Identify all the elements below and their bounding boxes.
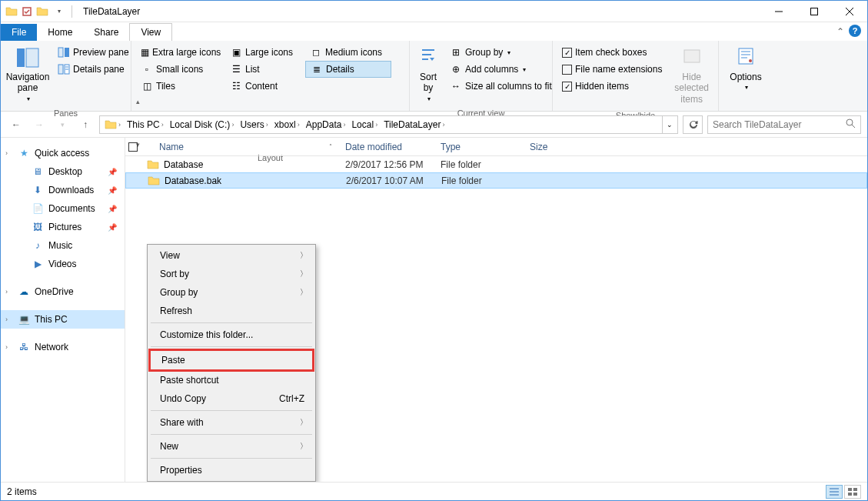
folder-icon <box>5 5 18 18</box>
small-icons-button[interactable]: ▫Small icons <box>136 61 222 78</box>
help-icon[interactable]: ? <box>849 25 861 37</box>
ctx-groupby[interactable]: Group by〉 <box>149 283 314 302</box>
ctx-sortby[interactable]: Sort by〉 <box>149 265 314 283</box>
ctx-customize[interactable]: Customize this folder... <box>149 326 314 344</box>
ctx-paste[interactable]: Paste <box>151 351 312 369</box>
breadcrumb-item[interactable]: Local Disk (C:) › <box>167 116 238 133</box>
checkbox-checked-icon: ✓ <box>562 82 572 92</box>
select-all-checkbox[interactable] <box>128 142 138 152</box>
list-button[interactable]: ☰List <box>225 61 302 78</box>
sidebar-item-documents[interactable]: 📄Documents📌 <box>1 199 125 218</box>
minimize-button[interactable] <box>761 1 796 22</box>
checkbox-unchecked-icon <box>562 65 572 75</box>
ctx-new[interactable]: New〉 <box>149 437 314 456</box>
sidebar-item-pictures[interactable]: 🖼Pictures📌 <box>1 218 125 236</box>
breadcrumb-item[interactable]: This PC › <box>124 116 167 133</box>
ribbon-minimize-icon[interactable]: ⌃ <box>836 26 844 37</box>
breadcrumb-item[interactable]: Users › <box>237 116 271 133</box>
qat-newfolder-icon[interactable] <box>36 5 48 18</box>
folder-icon <box>105 119 117 131</box>
ctx-paste-shortcut[interactable]: Paste shortcut <box>149 371 314 389</box>
qat-properties-icon[interactable] <box>21 5 33 18</box>
sidebar-item-downloads[interactable]: ⬇Downloads📌 <box>1 181 125 199</box>
star-icon: ★ <box>18 147 30 159</box>
column-size[interactable]: Size <box>524 138 585 155</box>
column-name[interactable]: Name˄ <box>141 138 339 155</box>
maximize-button[interactable] <box>796 1 832 22</box>
file-row[interactable]: Database 2/9/2017 12:56 PM File folder <box>125 156 867 172</box>
status-item-count: 2 items <box>7 486 37 497</box>
size-columns-button[interactable]: ↔Size all columns to fit <box>445 78 557 95</box>
ctx-share-with[interactable]: Share with〉 <box>149 413 314 432</box>
column-type[interactable]: Type <box>434 138 524 155</box>
folder-icon <box>147 159 159 171</box>
qat-dropdown-icon[interactable]: ▾ <box>53 5 65 18</box>
breadcrumb-item[interactable]: xboxl › <box>271 116 303 133</box>
group-by-button[interactable]: ⊞Group by▾ <box>445 44 557 61</box>
tab-home[interactable]: Home <box>37 24 83 41</box>
details-view-button[interactable]: ≣Details <box>305 61 391 78</box>
sidebar-item-onedrive[interactable]: ›☁OneDrive <box>1 282 125 301</box>
ctx-properties[interactable]: Properties <box>149 461 314 479</box>
network-icon: 🖧 <box>18 341 30 353</box>
recent-dropdown[interactable]: ▾ <box>53 115 72 134</box>
breadcrumb-item[interactable]: TileDataLayer › <box>381 116 447 133</box>
sidebar-item-network[interactable]: ›🖧Network <box>1 338 125 356</box>
medium-icons-button[interactable]: ◻Medium icons <box>305 44 391 61</box>
sort-by-button[interactable]: Sort by▾ <box>414 44 442 104</box>
thumbnails-view-toggle[interactable] <box>844 485 861 499</box>
sidebar-item-desktop[interactable]: 🖥Desktop📌 <box>1 162 125 181</box>
ctx-view[interactable]: View〉 <box>149 246 314 265</box>
svg-point-18 <box>749 59 752 62</box>
preview-pane-button[interactable]: Preview pane <box>53 44 134 61</box>
file-extensions-toggle[interactable]: File name extensions <box>557 61 667 78</box>
large-icons-button[interactable]: ▣Large icons <box>225 44 302 61</box>
tab-view[interactable]: View <box>129 23 172 41</box>
svg-rect-6 <box>26 48 38 67</box>
forward-button[interactable]: → <box>30 115 48 134</box>
sort-icon <box>416 45 441 70</box>
folder-icon <box>148 175 160 187</box>
svg-line-20 <box>852 125 855 128</box>
details-view-toggle[interactable] <box>826 485 843 499</box>
breadcrumb-item[interactable]: Local › <box>348 116 381 133</box>
ribbon: Navigation pane▾ Preview pane Details pa… <box>1 41 867 112</box>
breadcrumb-history-dropdown[interactable]: ⌄ <box>662 116 676 133</box>
sidebar-item-videos[interactable]: ▶Videos <box>1 255 125 273</box>
chevron-right-icon: 〉 <box>300 250 308 261</box>
layout-scroll-up-icon[interactable]: ▴ <box>136 98 148 105</box>
extra-large-icons-button[interactable]: ▦Extra large icons <box>136 44 222 61</box>
search-icon <box>846 119 856 131</box>
tiles-button[interactable]: ◫Tiles <box>136 78 222 95</box>
close-button[interactable] <box>832 1 867 22</box>
back-button[interactable]: ← <box>7 115 25 134</box>
tab-share[interactable]: Share <box>83 24 129 41</box>
content-button[interactable]: ☷Content <box>225 78 302 95</box>
sidebar-item-thispc[interactable]: ›💻This PC <box>1 310 125 329</box>
breadcrumb-item[interactable]: AppData › <box>303 116 349 133</box>
hide-selected-button[interactable]: Hide selected items <box>670 44 713 106</box>
options-button[interactable]: Options▾ <box>723 44 768 93</box>
ctx-refresh[interactable]: Refresh <box>149 302 314 320</box>
file-row[interactable]: Database.bak 2/6/2017 10:07 AM File fold… <box>125 172 867 189</box>
navigation-pane-button[interactable]: Navigation pane▾ <box>5 44 50 104</box>
refresh-button[interactable] <box>683 115 703 134</box>
chevron-right-icon: 〉 <box>300 417 308 428</box>
up-button[interactable]: ↑ <box>76 115 95 134</box>
ctx-undo-copy[interactable]: Undo CopyCtrl+Z <box>149 389 314 408</box>
tab-file[interactable]: File <box>1 24 37 41</box>
item-check-boxes-toggle[interactable]: ✓Item check boxes <box>557 44 667 61</box>
sidebar-item-music[interactable]: ♪Music <box>1 236 125 255</box>
sidebar-item-quickaccess[interactable]: ›★Quick access <box>1 144 125 162</box>
search-input[interactable]: Search TileDataLayer <box>707 115 861 134</box>
column-date[interactable]: Date modified <box>339 138 434 155</box>
pc-icon: 💻 <box>18 313 30 326</box>
hide-selected-icon <box>680 45 704 70</box>
add-columns-button[interactable]: ⊕Add columns▾ <box>445 61 557 78</box>
pictures-icon: 🖼 <box>32 221 44 233</box>
hidden-items-toggle[interactable]: ✓Hidden items <box>557 78 667 95</box>
details-pane-button[interactable]: Details pane <box>53 61 134 78</box>
svg-point-19 <box>846 119 853 125</box>
svg-rect-26 <box>848 493 852 496</box>
breadcrumb[interactable]: › This PC › Local Disk (C:) › Users › xb… <box>99 115 678 134</box>
